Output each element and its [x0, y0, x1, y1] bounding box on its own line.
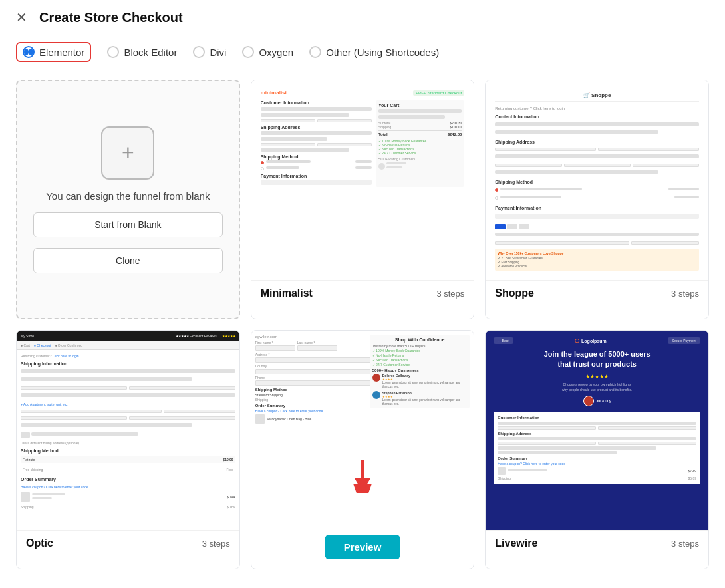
tab-elementor[interactable]: Elementor [16, 42, 91, 62]
livewire-preview: ← Back ⬡ Logolpsum Secure Payment Join t… [486, 331, 708, 530]
shoppe-footer: Shoppe 3 steps [486, 280, 708, 306]
minimalist-footer: Minimalist 3 steps [251, 280, 474, 306]
blank-description: You can design the funnel from blank [46, 190, 210, 202]
livewire-name: Livewire [495, 537, 537, 549]
optic-steps: 3 steps [202, 539, 230, 549]
radio-block-editor[interactable] [107, 46, 119, 58]
radio-elementor[interactable] [23, 46, 35, 58]
shoppe-name: Shoppe [495, 287, 534, 299]
tab-elementor-label: Elementor [39, 47, 84, 58]
tab-oxygen[interactable]: Oxygen [242, 43, 293, 61]
svg-marker-2 [355, 478, 370, 492]
livewire-steps: 3 steps [671, 539, 699, 549]
livewire-hero-text: Join the league of 5000+ usersthat trust… [494, 349, 700, 370]
tab-divi-label: Divi [210, 47, 226, 58]
livewire-form-section: Customer Information Shipping Address Or [494, 412, 700, 484]
close-icon[interactable]: ✕ [16, 9, 27, 25]
livewire-stars: ★★★★★ [494, 374, 700, 380]
tab-block-editor-label: Block Editor [124, 47, 177, 58]
optic-footer: Optic 3 steps [17, 530, 239, 556]
optic-form-area: Returning customer? Click here to login … [17, 350, 239, 514]
blank-plus-icon: + [101, 126, 154, 180]
shoppe-steps: 3 steps [671, 289, 699, 299]
templates-grid: + You can design the funnel from blank S… [0, 69, 725, 580]
radio-other[interactable] [309, 46, 321, 58]
shoppe-header-text: 🛒 Shoppe [495, 90, 699, 102]
optic-name: Optic [26, 537, 53, 549]
minimalist-steps: 3 steps [436, 289, 464, 299]
shoppe-preview: 🛒 Shoppe Returning customer? Click here … [486, 80, 708, 280]
tab-other[interactable]: Other (Using Shortcodes) [309, 43, 439, 61]
tab-block-editor[interactable]: Block Editor [107, 43, 177, 61]
tab-other-label: Other (Using Shortcodes) [326, 47, 439, 58]
clone-button[interactable]: Clone [33, 248, 223, 273]
radio-oxygen[interactable] [242, 46, 254, 58]
template-livewire[interactable]: ← Back ⬡ Logolpsum Secure Payment Join t… [485, 330, 709, 569]
template-scroll[interactable]: agwiletr.com First name * Last name * Ad… [251, 330, 475, 569]
blank-template-card[interactable]: + You can design the funnel from blank S… [16, 80, 240, 319]
page-title: Create Store Checkout [39, 10, 183, 25]
start-from-blank-button[interactable]: Start from Blank [33, 212, 223, 237]
radio-divi[interactable] [193, 46, 205, 58]
scroll-preview: agwiletr.com First name * Last name * Ad… [251, 331, 474, 530]
modal-header: ✕ Create Store Checkout [0, 0, 725, 35]
tab-oxygen-label: Oxygen [259, 47, 293, 58]
minimalist-preview: minimalist FREE Standard Checkout Custom… [251, 80, 474, 280]
template-shoppe[interactable]: 🛒 Shoppe Returning customer? Click here … [485, 80, 709, 319]
optic-dark-header: My Store ★★★★★ Excellent Reviews ★★★★★ [17, 331, 239, 341]
template-minimalist[interactable]: minimalist FREE Standard Checkout Custom… [251, 80, 475, 319]
preview-button[interactable]: Preview [325, 535, 400, 559]
minimalist-name: Minimalist [261, 287, 313, 299]
optic-preview: My Store ★★★★★ Excellent Reviews ★★★★★ ●… [17, 331, 239, 530]
tab-bar: Elementor Block Editor Divi Oxygen Other… [0, 35, 725, 69]
tab-divi[interactable]: Divi [193, 43, 226, 61]
livewire-footer: Livewire 3 steps [486, 530, 708, 556]
template-optic[interactable]: My Store ★★★★★ Excellent Reviews ★★★★★ ●… [16, 330, 240, 569]
